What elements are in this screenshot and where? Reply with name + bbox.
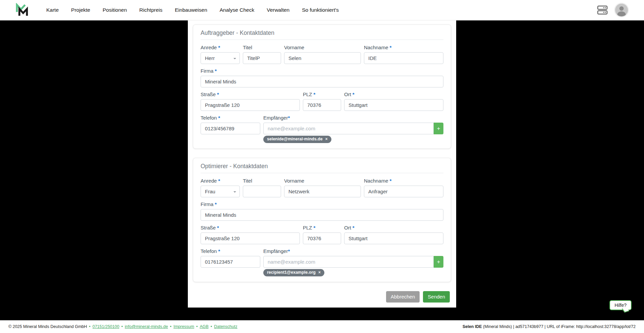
- footer-left: © 2025 Mineral Minds Deutschland GmbH • …: [8, 324, 237, 329]
- titel-input[interactable]: [243, 186, 281, 197]
- telefon-input[interactable]: [201, 256, 260, 268]
- telefon-label: Telefon*: [201, 248, 260, 254]
- titel-label: Titel: [243, 178, 281, 184]
- footer-link-impressum[interactable]: Impressum: [173, 324, 194, 329]
- empfaenger-label: Empfänger*: [263, 115, 443, 121]
- add-recipient-button[interactable]: +: [434, 123, 443, 134]
- session-user: Selen IDE: [463, 324, 482, 329]
- ort-label: Ort*: [344, 225, 443, 230]
- navbar-right: [597, 4, 628, 16]
- strasse-label: Straße*: [201, 91, 300, 97]
- titel-label: Titel: [243, 45, 281, 50]
- session-details: (Mineral Minds) | ad571743b977 | URL of …: [482, 324, 636, 329]
- vorname-input[interactable]: [284, 186, 361, 197]
- anrede-select[interactable]: Herr: [201, 52, 240, 64]
- telefon-label: Telefon*: [201, 115, 260, 121]
- footer-link-datenschutz[interactable]: Datenschutz: [214, 324, 237, 329]
- section-title: Auftraggeber - Kontaktdaten: [201, 29, 443, 36]
- plz-label: PLZ*: [303, 225, 341, 230]
- strasse-input[interactable]: [201, 232, 300, 244]
- footer-link-phone[interactable]: 07151/250100: [93, 324, 119, 329]
- nav-item-richtpreis[interactable]: Richtpreis: [139, 7, 162, 13]
- nav-item-so-funktionierts[interactable]: So funktioniert's: [302, 7, 339, 13]
- divider: [201, 173, 443, 173]
- add-recipient-button[interactable]: +: [434, 256, 443, 268]
- empfaenger-label: Empfänger*: [263, 248, 443, 254]
- vorname-label: Vorname: [284, 178, 361, 184]
- recipient-chip-label: selenide@mineral-minds.de: [267, 137, 323, 142]
- ort-input[interactable]: [344, 232, 443, 244]
- section-title: Optimierer - Kontaktdaten: [201, 163, 443, 170]
- page-background: Auftraggeber - Kontaktdaten Anrede* Herr…: [0, 20, 644, 320]
- firma-label: Firma*: [201, 201, 443, 207]
- logo-icon: [15, 3, 29, 17]
- vorname-input[interactable]: [284, 52, 361, 64]
- nav-item-analyse-check[interactable]: Analyse Check: [220, 7, 254, 13]
- footer-link-agb[interactable]: AGB: [200, 324, 208, 329]
- nav-item-projekte[interactable]: Projekte: [71, 7, 90, 13]
- plz-input[interactable]: [303, 232, 341, 244]
- nav-item-verwalten[interactable]: Verwalten: [267, 7, 289, 13]
- nav-item-positionen[interactable]: Positionen: [103, 7, 127, 13]
- session-info: Selen IDE (Mineral Minds) | ad571743b977…: [463, 324, 636, 329]
- vorname-label: Vorname: [284, 45, 361, 50]
- empfaenger-input[interactable]: [263, 256, 434, 268]
- recipient-chip-row: selenide@mineral-minds.de ×: [263, 136, 443, 143]
- top-navbar: Karte Projekte Positionen Richtpreis Ein…: [0, 0, 644, 20]
- remove-recipient-icon[interactable]: ×: [318, 270, 321, 275]
- auftraggeber-section: Auftraggeber - Kontaktdaten Anrede* Herr…: [193, 24, 451, 149]
- nachname-label: Nachname*: [364, 45, 443, 50]
- nachname-input[interactable]: [364, 52, 443, 64]
- nachname-label: Nachname*: [364, 178, 443, 184]
- recipient-chip-label: recipient1@example.org: [267, 270, 316, 275]
- strasse-input[interactable]: [201, 99, 300, 111]
- contact-form-panel: Auftraggeber - Kontaktdaten Anrede* Herr…: [188, 20, 456, 308]
- optimierer-section: Optimierer - Kontaktdaten Anrede* Frau T…: [193, 158, 451, 282]
- mineral-minds-logo[interactable]: [15, 3, 29, 17]
- recipient-chip[interactable]: selenide@mineral-minds.de ×: [263, 136, 331, 143]
- strasse-label: Straße*: [201, 225, 300, 230]
- form-actions: Abbrechen Senden: [193, 291, 451, 303]
- divider: [201, 40, 443, 40]
- plz-label: PLZ*: [303, 91, 341, 97]
- plz-input[interactable]: [303, 99, 341, 111]
- anrede-label: Anrede*: [201, 178, 240, 184]
- ort-input[interactable]: [344, 99, 443, 111]
- nav-item-karte[interactable]: Karte: [46, 7, 59, 13]
- remove-recipient-icon[interactable]: ×: [325, 137, 328, 141]
- anrede-select[interactable]: Frau: [201, 186, 240, 197]
- firma-label: Firma*: [201, 68, 443, 74]
- main-navigation: Karte Projekte Positionen Richtpreis Ein…: [46, 7, 339, 13]
- nav-item-einbauweisen[interactable]: Einbauweisen: [175, 7, 207, 13]
- table-rows-icon[interactable]: [597, 5, 608, 15]
- help-button[interactable]: Hilfe?: [609, 300, 632, 310]
- recipient-chip[interactable]: recipient1@example.org ×: [263, 269, 324, 276]
- cancel-button[interactable]: Abbrechen: [386, 291, 420, 303]
- ort-label: Ort*: [344, 91, 443, 97]
- footer-bar: © 2025 Mineral Minds Deutschland GmbH • …: [0, 320, 644, 333]
- anrede-label: Anrede*: [201, 45, 240, 50]
- firma-input[interactable]: [201, 209, 443, 221]
- nachname-input[interactable]: [364, 186, 443, 197]
- titel-input[interactable]: [243, 52, 281, 64]
- firma-input[interactable]: [201, 76, 443, 87]
- recipient-chip-row: recipient1@example.org ×: [263, 269, 443, 276]
- footer-link-email[interactable]: info@mineral-minds.de: [125, 324, 168, 329]
- copyright-text: © 2025 Mineral Minds Deutschland GmbH: [8, 324, 87, 329]
- send-button[interactable]: Senden: [423, 291, 450, 303]
- empfaenger-input[interactable]: [263, 123, 434, 134]
- user-avatar-icon[interactable]: [615, 4, 628, 16]
- telefon-input[interactable]: [201, 123, 260, 134]
